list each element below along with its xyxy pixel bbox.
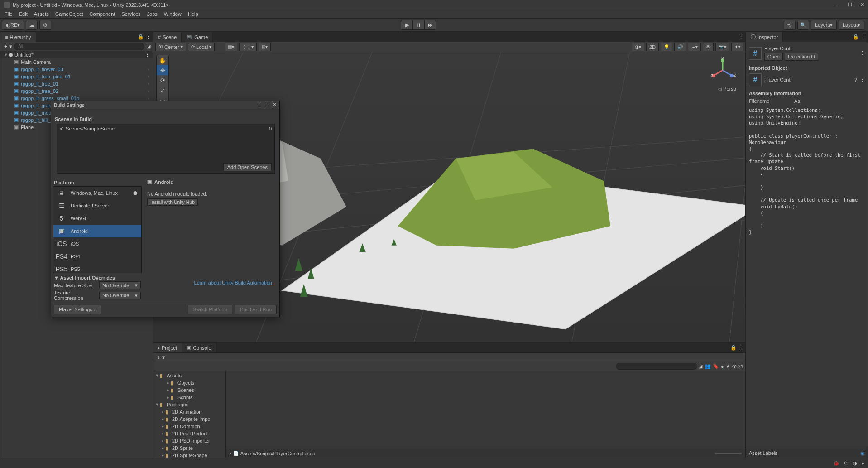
game-tab[interactable]: 🎮 Game xyxy=(182,32,213,42)
texture-compression-dropdown[interactable]: No Override▾ xyxy=(99,292,141,299)
2d-toggle[interactable]: 2D xyxy=(646,43,659,51)
draw-mode-button[interactable]: ◑▾ xyxy=(632,43,644,51)
menu-file[interactable]: File xyxy=(2,10,15,18)
status-icon[interactable]: ▸ xyxy=(862,460,864,466)
panel-menu-icon[interactable]: ⋮ xyxy=(739,34,743,40)
folder-row[interactable]: ▼▮Assets xyxy=(153,372,225,379)
component-menu-icon[interactable]: ⋮ xyxy=(860,50,865,56)
maximize-button[interactable]: ☐ xyxy=(848,2,852,8)
create-asset-button[interactable]: + ▾ xyxy=(155,354,167,361)
hierarchy-item[interactable]: ▣rpgpp_lt_flower_03› xyxy=(0,66,153,73)
audio-toggle[interactable]: 🔊 xyxy=(674,43,686,51)
folder-row[interactable]: ▸▮2D Common xyxy=(153,423,225,430)
scene-row[interactable]: ▼ ⬢ Untitled* ⋮ xyxy=(0,51,153,58)
window-menu-icon[interactable]: ⋮ xyxy=(258,102,263,108)
hierarchy-item[interactable]: ▣rpgpp_lt_tree_02› xyxy=(0,87,153,95)
status-icon[interactable]: ◑ xyxy=(853,460,857,466)
pivot-mode-button[interactable]: ⦿Center▾ xyxy=(155,43,186,51)
menu-gameobject[interactable]: GameObject xyxy=(53,10,86,18)
build-automation-link[interactable]: Learn about Unity Build Automation xyxy=(194,280,272,285)
expand-arrow[interactable]: › xyxy=(148,74,149,79)
rotate-tool[interactable]: ⟳ xyxy=(157,75,168,85)
fx-toggle[interactable]: ☁▾ xyxy=(688,43,701,51)
layout-dropdown[interactable]: Layout ▾ xyxy=(839,20,864,30)
lock-icon[interactable]: 🔒 xyxy=(853,34,859,40)
play-button[interactable]: ▶ xyxy=(401,20,412,30)
orientation-gizmo[interactable]: y x z xyxy=(709,57,736,84)
platform-item[interactable]: 5WebGL xyxy=(53,212,141,225)
status-icon[interactable]: ⟳ xyxy=(844,460,848,466)
scene-tab[interactable]: # Scene xyxy=(153,32,182,42)
open-button[interactable]: Open xyxy=(764,53,783,61)
window-maximize-icon[interactable]: ☐ xyxy=(265,102,270,108)
step-button[interactable]: ⏭ xyxy=(424,20,436,30)
account-button[interactable]: ◐ RE ▾ xyxy=(2,20,24,30)
menu-window[interactable]: Window xyxy=(161,10,184,18)
window-close-icon[interactable]: ✕ xyxy=(273,102,277,108)
lock-icon[interactable]: 🔒 xyxy=(730,345,737,351)
project-content-area[interactable] xyxy=(226,371,745,449)
platform-item[interactable]: PS5PS5 xyxy=(53,263,141,273)
menu-edit[interactable]: Edit xyxy=(16,10,30,18)
layers-dropdown[interactable]: Layers ▾ xyxy=(811,20,837,30)
search-by-label-icon[interactable]: 👥 xyxy=(705,363,711,369)
move-tool[interactable]: ✥ xyxy=(157,65,168,75)
snap-toggle-button[interactable]: ⊞▾ xyxy=(259,43,271,51)
hierarchy-search[interactable] xyxy=(14,43,144,50)
max-texture-dropdown[interactable]: No Override▾ xyxy=(99,281,141,289)
cloud-button[interactable]: ☁ xyxy=(26,20,38,30)
folder-row[interactable]: ▸▮2D Pixel Perfect xyxy=(153,430,225,437)
player-settings-button[interactable]: Player Settings... xyxy=(54,305,101,314)
save-search-icon[interactable]: 🔖 xyxy=(713,363,719,369)
folder-row[interactable]: ▸▮Scripts xyxy=(153,394,225,401)
folder-row[interactable]: ▸▮Scenes xyxy=(153,386,225,394)
platform-item[interactable]: PS4PS4 xyxy=(53,250,141,263)
menu-assets[interactable]: Assets xyxy=(31,10,52,18)
scene-menu-icon[interactable]: ⋮ xyxy=(145,52,150,58)
grid-snap-button[interactable]: ▦▾ xyxy=(225,43,237,51)
pivot-rotation-button[interactable]: ⟳Local▾ xyxy=(188,43,215,51)
search-by-type-icon[interactable]: ◪ xyxy=(698,363,703,369)
expand-arrow[interactable]: › xyxy=(148,89,149,93)
hierarchy-item[interactable]: ▣rpgpp_lt_tree_pine_01› xyxy=(0,73,153,80)
asset-import-overrides-header[interactable]: ▼ Asset Import Overrides xyxy=(54,275,141,280)
undo-history-button[interactable]: ⟲ xyxy=(784,20,796,30)
search-mode-icon[interactable]: ◪ xyxy=(146,43,151,49)
folder-row[interactable]: ▸▮2D Sprite xyxy=(153,444,225,452)
platform-item[interactable]: ▣Android xyxy=(53,225,141,237)
search-button[interactable]: 🔍 xyxy=(797,20,809,30)
close-button[interactable]: ✕ xyxy=(860,2,864,8)
switch-platform-button[interactable]: Switch Platform xyxy=(188,305,232,314)
favorite-icon[interactable]: ★ xyxy=(726,363,730,369)
hidden-count[interactable]: 👁21 xyxy=(732,364,743,369)
folder-row[interactable]: ▼▮Packages xyxy=(153,401,225,408)
panel-menu-icon[interactable]: ⋮ xyxy=(861,34,866,40)
menu-component[interactable]: Component xyxy=(86,10,118,18)
visibility-toggle[interactable]: 👁 xyxy=(703,43,714,51)
camera-button[interactable]: 📷▾ xyxy=(715,43,729,51)
add-open-scenes-button[interactable]: Add Open Scenes xyxy=(223,163,272,171)
settings-button[interactable]: ⚙ xyxy=(39,20,51,30)
platform-item[interactable]: iOSiOS xyxy=(53,237,141,250)
menu-jobs[interactable]: Jobs xyxy=(144,10,160,18)
folder-row[interactable]: ▸▮2D SpriteShape xyxy=(153,452,225,458)
build-and-run-button[interactable]: Build And Run xyxy=(235,305,277,314)
platform-item[interactable]: 🖥Windows, Mac, Linux⬢ xyxy=(53,187,141,199)
inspector-tab[interactable]: ⓘ Inspector xyxy=(746,32,783,42)
gizmos-button[interactable]: ✦▾ xyxy=(731,43,743,51)
folder-row[interactable]: ▸▮2D Animation xyxy=(153,408,225,415)
panel-menu-icon[interactable]: ⋮ xyxy=(146,34,151,40)
create-button[interactable]: + ▾ xyxy=(2,43,14,50)
project-search[interactable] xyxy=(616,363,697,370)
install-with-hub-button[interactable]: Install with Unity Hub xyxy=(147,198,198,206)
help-icon[interactable]: ? xyxy=(854,77,857,82)
scene-checkbox[interactable]: ✔ xyxy=(60,125,64,131)
lock-icon[interactable]: 🔒 xyxy=(138,34,144,40)
execution-order-button[interactable]: Execution O xyxy=(785,53,818,61)
hierarchy-tab[interactable]: ≡ Hierarchy xyxy=(0,32,36,42)
console-tab[interactable]: ▣ Console xyxy=(182,343,216,352)
project-tab[interactable]: ▪ Project xyxy=(153,343,182,352)
build-settings-titlebar[interactable]: Build Settings ⋮ ☐ ✕ xyxy=(51,101,279,109)
folder-row[interactable]: ▸▮2D Aseprite Impo xyxy=(153,415,225,423)
component-menu-icon[interactable]: ⋮ xyxy=(860,77,865,83)
